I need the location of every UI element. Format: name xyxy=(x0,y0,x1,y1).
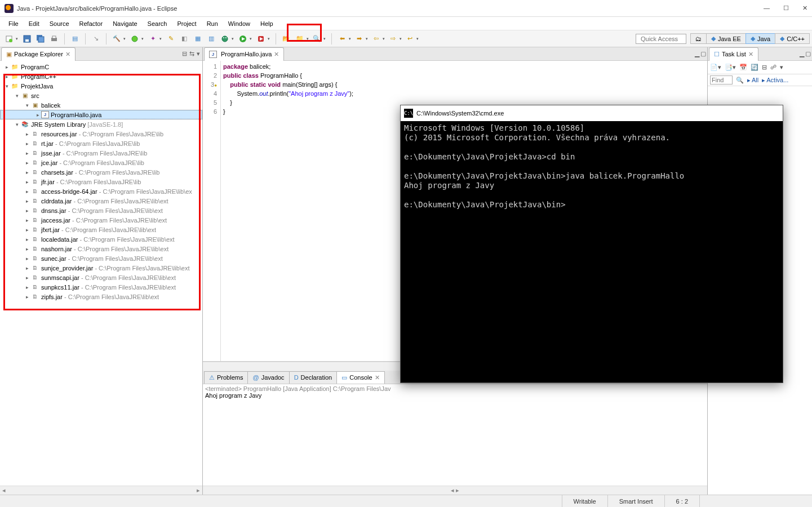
task-list-tab[interactable]: ☐ Task List ✕ xyxy=(709,47,758,61)
tree-item[interactable]: 🗎dnsns.jar - C:\Program Files\JavaJRE\li… xyxy=(0,206,202,215)
tree-item[interactable]: 🗎access-bridge-64.jar - C:\Program Files… xyxy=(0,186,202,196)
skip-breakpoints-button[interactable]: ↘ xyxy=(90,33,101,45)
perspective-cc[interactable]: ◆C/C++ xyxy=(775,33,810,44)
open-folder-button[interactable]: 📁 xyxy=(294,33,305,45)
cmd-titlebar[interactable]: C:\ C:\Windows\System32\cmd.exe xyxy=(401,105,783,121)
run-button[interactable] xyxy=(237,33,249,45)
tab-javadoc[interactable]: @Javadoc xyxy=(247,371,289,384)
new-button[interactable] xyxy=(3,33,15,45)
horizontal-scrollbar[interactable]: ◂▸ xyxy=(0,486,202,495)
tree-item[interactable]: JProgramHallo.java xyxy=(0,110,202,119)
tree-item[interactable]: ▣balicek xyxy=(0,100,202,110)
menu-search[interactable]: Search xyxy=(143,19,172,29)
task-activate-link[interactable]: ▸ Activa... xyxy=(762,77,788,84)
perspective-javaee[interactable]: ◆Java EE xyxy=(706,33,746,44)
menu-edit[interactable]: Edit xyxy=(24,19,45,29)
minimize-editor-icon[interactable]: ▁ xyxy=(695,50,699,57)
save-button[interactable] xyxy=(21,33,33,45)
tree-item[interactable]: 🗎jsse.jar - C:\Program Files\JavaJRE\lib xyxy=(0,148,202,158)
console-view[interactable]: <terminated> ProgramHallo [Java Applicat… xyxy=(203,384,707,486)
maximize-tasklist-icon[interactable]: ▢ xyxy=(805,50,811,57)
toggle-mark-button[interactable]: ▦ xyxy=(192,33,203,45)
task-sync-icon[interactable]: 🔄 xyxy=(751,64,758,71)
minimize-button[interactable]: — xyxy=(764,5,770,12)
view-menu-icon[interactable]: ▾ xyxy=(197,50,200,57)
open-perspective-button[interactable]: 🗂 xyxy=(690,33,707,44)
editor-tab[interactable]: J ProgramHallo.java ✕ xyxy=(204,47,284,61)
tree-item[interactable]: 🗎sunjce_provider.jar - C:\Program Files\… xyxy=(0,263,202,273)
save-all-button[interactable] xyxy=(35,33,46,45)
menu-run[interactable]: Run xyxy=(202,19,223,29)
close-tasklist-icon[interactable]: ✕ xyxy=(748,51,753,58)
back-button[interactable]: ⇦ xyxy=(370,33,381,45)
next-annotation-button[interactable]: ➡ xyxy=(353,33,365,45)
perspective-java[interactable]: ◆Java xyxy=(746,33,775,44)
run-external-button[interactable] xyxy=(255,33,267,45)
new-task-icon[interactable]: 📄▾ xyxy=(710,64,721,71)
tree-item[interactable]: 🗎jaccess.jar - C:\Program Files\JavaJRE\… xyxy=(0,215,202,225)
new-class-button[interactable] xyxy=(129,33,140,45)
toggle-breadcrumb-button[interactable]: ▤ xyxy=(69,33,81,45)
maximize-button[interactable]: ☐ xyxy=(783,5,789,12)
search-icon[interactable]: 🔍 xyxy=(736,77,744,84)
close-view-icon[interactable]: ✕ xyxy=(65,51,70,58)
tab-declaration[interactable]: DDeclaration xyxy=(289,371,338,384)
project-tree[interactable]: 📁ProgramC📁ProgramC++📁ProjektJava▣src▣bal… xyxy=(0,61,202,486)
tree-item[interactable]: ▣src xyxy=(0,91,202,100)
tree-item[interactable]: 🗎nashorn.jar - C:\Program Files\JavaJRE\… xyxy=(0,244,202,254)
menu-window[interactable]: Window xyxy=(223,19,255,29)
cmd-window[interactable]: C:\ C:\Windows\System32\cmd.exe Microsof… xyxy=(400,105,783,383)
tab-console[interactable]: ▭Console ✕ xyxy=(336,371,384,384)
close-button[interactable]: ✕ xyxy=(802,5,807,12)
minimize-tasklist-icon[interactable]: ▁ xyxy=(800,50,804,57)
tree-item[interactable]: 🗎resources.jar - C:\Program Files\JavaJR… xyxy=(0,129,202,139)
collapse-all-icon[interactable]: ⊟ xyxy=(182,50,187,57)
console-scrollbar[interactable]: ◂ ▸ xyxy=(203,486,707,495)
task-menu-icon[interactable]: ▾ xyxy=(780,64,783,71)
task-find-input[interactable] xyxy=(710,75,733,84)
tree-item[interactable]: 🗎jfxrt.jar - C:\Program Files\JavaJRE\li… xyxy=(0,225,202,234)
task-category-icon[interactable]: 📑▾ xyxy=(725,64,736,71)
tree-item[interactable]: 🗎sunec.jar - C:\Program Files\JavaJRE\li… xyxy=(0,254,202,263)
tree-item[interactable]: 🗎charsets.jar - C:\Program Files\JavaJRE… xyxy=(0,167,202,177)
task-all-link[interactable]: ▸ All xyxy=(747,77,758,84)
package-explorer-tab[interactable]: ▣ Package Explorer ✕ xyxy=(1,47,76,61)
menu-navigate[interactable]: Navigate xyxy=(108,19,142,29)
task-collapse-icon[interactable]: ⊟ xyxy=(762,64,767,71)
open-type-button[interactable]: ✎ xyxy=(165,33,176,45)
tab-problems[interactable]: ⚠Problems xyxy=(204,371,248,384)
nav-back-button[interactable]: ↩ xyxy=(404,33,415,45)
new-server-button[interactable]: 📂 xyxy=(281,33,292,45)
debug-button[interactable] xyxy=(219,33,230,45)
tree-item[interactable]: 📚JRE System Library [JavaSE-1.8] xyxy=(0,119,202,129)
tree-item[interactable]: 🗎localedata.jar - C:\Program Files\JavaJ… xyxy=(0,234,202,244)
menu-refactor[interactable]: Refactor xyxy=(74,19,108,29)
open-task-button[interactable]: ◧ xyxy=(179,33,190,45)
close-editor-icon[interactable]: ✕ xyxy=(274,51,279,58)
tree-item[interactable]: 🗎sunmscapi.jar - C:\Program Files\JavaJR… xyxy=(0,273,202,282)
forward-button[interactable]: ⇨ xyxy=(387,33,398,45)
show-whitespace-button[interactable]: ▥ xyxy=(206,33,217,45)
tree-item[interactable]: 📁ProgramC xyxy=(0,62,202,72)
tree-item[interactable]: 📁ProgramC++ xyxy=(0,72,202,81)
tree-item[interactable]: 🗎jce.jar - C:\Program Files\JavaJRE\lib xyxy=(0,158,202,167)
tree-item[interactable]: 🗎zipfs.jar - C:\Program Files\JavaJRE\li… xyxy=(0,292,202,301)
quick-access-input[interactable] xyxy=(636,34,686,44)
tree-item[interactable]: 🗎jfr.jar - C:\Program Files\JavaJRE\lib xyxy=(0,177,202,186)
build-button[interactable]: 🔨 xyxy=(111,33,122,45)
last-edit-button[interactable]: ⬅ xyxy=(336,33,348,45)
menu-source[interactable]: Source xyxy=(45,19,74,29)
tree-item[interactable]: 🗎rt.jar - C:\Program Files\JavaJRE\lib xyxy=(0,139,202,148)
search-button[interactable]: 🔍 xyxy=(311,33,322,45)
menu-help[interactable]: Help xyxy=(255,19,278,29)
task-filter-icon[interactable]: ☍ xyxy=(770,64,776,71)
link-editor-icon[interactable]: ⇆ xyxy=(189,50,194,57)
tree-item[interactable]: 🗎sunpkcs11.jar - C:\Program Files\JavaJR… xyxy=(0,282,202,292)
maximize-editor-icon[interactable]: ▢ xyxy=(700,50,706,57)
task-schedule-icon[interactable]: 📅 xyxy=(739,64,747,71)
tree-item[interactable]: 📁ProjektJava xyxy=(0,81,202,91)
menu-file[interactable]: File xyxy=(3,19,24,29)
print-button[interactable] xyxy=(48,33,60,45)
new-package-button[interactable]: ✦ xyxy=(147,33,158,45)
tree-item[interactable]: 🗎cldrdata.jar - C:\Program Files\JavaJRE… xyxy=(0,196,202,206)
